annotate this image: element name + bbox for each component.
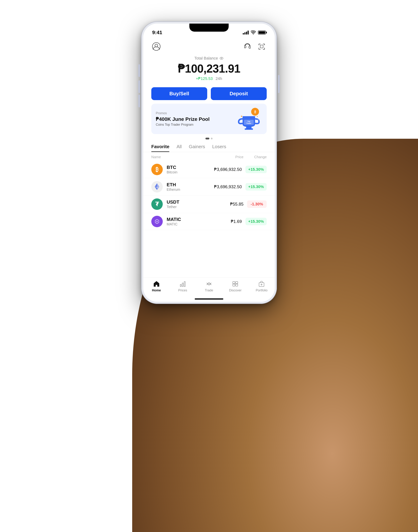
- trophy-svg: ₿ Top Trader: [235, 107, 262, 131]
- status-icons: [243, 31, 266, 35]
- svg-text:★: ★: [256, 115, 258, 118]
- svg-text:Trader: Trader: [246, 122, 251, 124]
- dot-2: [211, 138, 213, 139]
- tab-all[interactable]: All: [176, 142, 182, 152]
- headset-icon: [244, 43, 251, 50]
- matic-symbol: MATIC: [167, 217, 231, 222]
- prices-label: Prices: [178, 289, 187, 292]
- eth-info: ETH Etherum: [167, 182, 214, 192]
- signal-icon: [243, 31, 249, 35]
- svg-text:↗: ↗: [256, 119, 259, 122]
- promo-banner[interactable]: Promos ₱400K June Prize Pool Coins Top T…: [151, 104, 267, 134]
- matic-info: MATIC MATIC: [167, 217, 231, 226]
- btc-change: +15.30%: [245, 166, 267, 173]
- header-change: Change: [254, 155, 267, 159]
- btc-name: Bitcoin: [167, 170, 214, 174]
- svg-rect-2: [260, 45, 263, 48]
- svg-rect-24: [233, 281, 235, 284]
- svg-rect-22: [182, 283, 183, 287]
- phone-screen: 9:41: [143, 24, 275, 302]
- deposit-button[interactable]: Deposit: [211, 87, 267, 100]
- coin-row-eth[interactable]: ETH Etherum ₱3,696,932.50 +15.30%: [143, 178, 275, 195]
- top-nav: [143, 38, 275, 54]
- coin-row-btc[interactable]: ₿ BTC Bitcoin ₱3,696,932.50 +15.30%: [143, 161, 275, 178]
- market-tabs: Favorite All Gainers Losers: [143, 142, 275, 152]
- coin-row-usdt[interactable]: ₮ USDT Tether ₱55.85 -1.30%: [143, 195, 275, 213]
- svg-rect-27: [236, 284, 238, 286]
- svg-text:Top: Top: [247, 121, 250, 122]
- scan-button[interactable]: [257, 41, 267, 51]
- action-buttons: Buy/Sell Deposit: [143, 85, 275, 104]
- promo-image: ₿ Top Trader: [235, 107, 262, 131]
- home-bar: [195, 298, 223, 300]
- nav-prices[interactable]: Prices: [170, 280, 196, 292]
- svg-rect-21: [180, 284, 181, 287]
- coin-list: ₿ BTC Bitcoin ₱3,696,932.50 +15.30%: [143, 161, 275, 277]
- balance-change: +₱125.53 24h: [151, 76, 267, 81]
- profile-button[interactable]: [151, 41, 161, 51]
- svg-marker-20: [155, 187, 157, 190]
- usdt-icon: ₮: [151, 198, 163, 210]
- svg-point-29: [261, 284, 262, 285]
- svg-rect-28: [259, 283, 264, 287]
- dot-1: [205, 138, 209, 139]
- nav-right-icons: [242, 41, 267, 51]
- matic-icon: [151, 216, 163, 227]
- header-name: Name: [151, 155, 161, 159]
- svg-point-4: [221, 58, 222, 59]
- usdt-name: Tether: [167, 205, 230, 209]
- nav-discover[interactable]: Discover: [222, 280, 248, 292]
- eth-price: ₱3,696,932.50: [214, 184, 242, 189]
- tab-favorite[interactable]: Favorite: [151, 142, 169, 152]
- battery-icon: [258, 31, 266, 35]
- nav-portfolio[interactable]: Portfolio: [248, 280, 275, 292]
- eye-icon: [219, 56, 224, 60]
- btc-symbol: BTC: [167, 165, 214, 170]
- portfolio-label: Portfolio: [256, 289, 267, 292]
- promo-text: Promos ₱400K June Prize Pool Coins Top T…: [156, 111, 235, 127]
- buy-sell-button[interactable]: Buy/Sell: [151, 87, 207, 100]
- discover-label: Discover: [229, 289, 242, 292]
- svg-text:₿: ₿: [254, 110, 256, 114]
- home-indicator: [143, 297, 275, 302]
- wifi-icon: [251, 31, 256, 35]
- tab-gainers[interactable]: Gainers: [189, 142, 205, 152]
- tab-losers[interactable]: Losers: [212, 142, 226, 152]
- home-label: Home: [152, 289, 161, 292]
- bottom-nav: Home Prices: [143, 277, 275, 297]
- svg-marker-19: [157, 187, 159, 190]
- coin-row-matic[interactable]: MATIC MATIC ₱1.69 +15.30%: [143, 213, 275, 230]
- nav-trade[interactable]: Trade: [196, 280, 222, 292]
- usdt-info: USDT Tether: [167, 199, 230, 209]
- user-icon: [152, 42, 161, 51]
- trade-label: Trade: [205, 289, 213, 292]
- balance-label: Total Balance: [151, 56, 267, 60]
- prices-icon: [179, 280, 187, 288]
- matic-price: ₱1.69: [231, 219, 242, 224]
- scan-icon: [258, 43, 266, 50]
- header-right: Price Change: [235, 155, 267, 159]
- svg-rect-25: [236, 281, 238, 284]
- phone-wrapper: 9:41: [141, 22, 277, 304]
- trade-icon: [205, 280, 213, 288]
- btc-price: ₱3,696,932.50: [214, 167, 242, 172]
- balance-amount: ₱100,231.91: [151, 62, 267, 75]
- status-time: 9:41: [152, 30, 162, 36]
- svg-text:★: ★: [240, 115, 243, 118]
- portfolio-icon: [258, 280, 266, 288]
- usdt-price: ₱55.85: [230, 202, 244, 207]
- promo-subtitle: Coins Top Trader Program: [156, 123, 235, 127]
- usdt-symbol: USDT: [167, 199, 230, 205]
- usdt-change: -1.30%: [247, 200, 267, 208]
- eth-symbol: ETH: [167, 182, 214, 188]
- svg-point-0: [152, 43, 160, 50]
- nav-home[interactable]: Home: [143, 280, 170, 292]
- headset-button[interactable]: [242, 41, 252, 51]
- svg-rect-23: [184, 281, 185, 287]
- matic-change: +15.30%: [245, 218, 267, 225]
- phone-frame: 9:41: [141, 22, 277, 304]
- eth-icon: [151, 181, 163, 193]
- eth-change: +15.30%: [245, 183, 267, 191]
- promo-label: Promos: [156, 111, 235, 115]
- home-icon: [152, 280, 160, 288]
